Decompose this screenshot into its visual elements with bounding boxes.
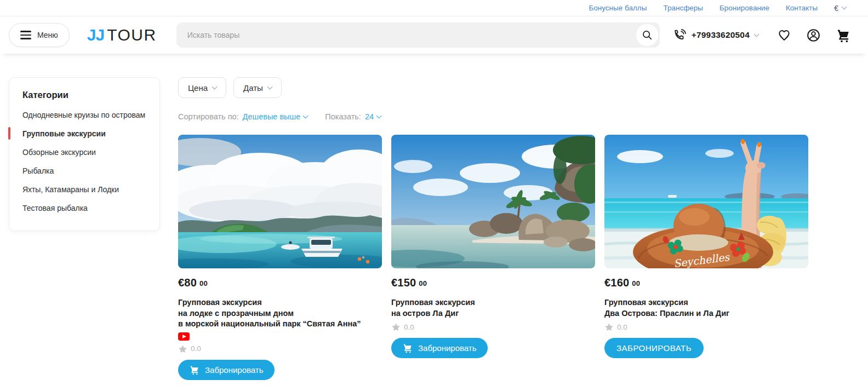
heart-icon — [777, 28, 791, 42]
search-bar — [176, 22, 660, 48]
sort-label: Сортировать по: — [178, 112, 239, 121]
cart-icon — [836, 28, 850, 43]
topbar-link-transfers[interactable]: Трансферы — [663, 4, 703, 12]
filter-row: Цена Даты — [178, 77, 808, 98]
star-icon — [178, 344, 187, 353]
cart-icon — [189, 365, 199, 375]
search-button[interactable] — [636, 24, 658, 46]
cart-button[interactable] — [836, 28, 850, 43]
youtube-icon — [178, 332, 190, 341]
rating-value: 0.0 — [404, 323, 414, 331]
chevron-down-icon — [212, 84, 218, 89]
favorites-button[interactable] — [777, 28, 791, 42]
header-icons — [777, 28, 850, 43]
chevron-down-icon — [376, 113, 382, 118]
book-button[interactable]: Забронировать — [391, 338, 488, 358]
product-rating: 0.0 — [178, 344, 382, 353]
book-button[interactable]: Забронировать — [178, 360, 275, 380]
hamburger-icon — [20, 31, 31, 39]
currency-value: € — [834, 4, 838, 13]
search-icon — [641, 29, 653, 41]
currency-selector[interactable]: € — [834, 4, 846, 13]
product-image[interactable] — [178, 135, 382, 268]
topbar: Бонусные баллы Трансферы Бронирование Ко… — [0, 0, 868, 16]
logo-part-tour: TOUR — [107, 27, 156, 43]
product-image[interactable]: Seychelles — [604, 135, 808, 268]
product-title[interactable]: Групповая экскурсия на лодке с прозрачны… — [178, 297, 382, 330]
categories-sidebar: Категории Однодневные круизы по островам… — [9, 77, 160, 231]
sidebar-item-yachts[interactable]: Яхты, Катамараны и Лодки — [22, 180, 146, 199]
product-title[interactable]: Групповая экскурсия Два Острова: Праслин… — [604, 297, 808, 319]
dates-filter-button[interactable]: Даты — [233, 77, 282, 98]
sidebar-item-overview-tours[interactable]: Обзорные экскурсии — [22, 143, 146, 162]
show-label: Показать: — [325, 112, 361, 121]
chevron-down-icon — [754, 31, 760, 37]
logo-part-jj: JJ — [87, 27, 104, 43]
header: Меню JJ TOUR +79933620504 — [0, 16, 868, 54]
star-icon — [391, 323, 401, 331]
menu-button[interactable]: Меню — [9, 23, 70, 47]
topbar-link-bonus[interactable]: Бонусные баллы — [589, 4, 647, 12]
product-title[interactable]: Групповая экскурсия на остров Ла Диг — [391, 297, 595, 319]
book-button[interactable]: ЗАБРОНИРОВАТЬ — [604, 338, 704, 358]
sidebar-item-group-tours[interactable]: Групповые экскурсии — [22, 124, 146, 143]
product-image[interactable] — [391, 135, 595, 268]
product-card: Seychelles €16000 Групповая экскурсия Дв… — [604, 135, 808, 380]
sidebar-item-test-fishing[interactable]: Тестовая рыбалка — [22, 199, 146, 217]
rating-value: 0.0 — [191, 344, 201, 353]
phone-selector[interactable]: +79933620504 — [673, 28, 758, 42]
price-filter-button[interactable]: Цена — [178, 77, 226, 98]
product-rating: 0.0 — [604, 323, 808, 331]
sidebar-title: Категории — [22, 90, 146, 100]
products-grid: €8000 Групповая экскурсия на лодке с про… — [178, 135, 808, 380]
product-card: €8000 Групповая экскурсия на лодке с про… — [178, 135, 382, 380]
chevron-down-icon — [842, 4, 847, 10]
logo[interactable]: JJ TOUR — [87, 27, 157, 43]
rating-value: 0.0 — [617, 323, 627, 331]
phone-icon — [673, 28, 687, 42]
main-area: Категории Однодневные круизы по островам… — [0, 54, 868, 380]
product-rating: 0.0 — [391, 323, 595, 331]
sidebar-item-fishing[interactable]: Рыбалка — [22, 162, 146, 180]
sidebar-item-day-cruises[interactable]: Однодневные круизы по островам — [22, 106, 146, 124]
product-price: €16000 — [604, 277, 808, 289]
sort-row: Сортировать по: Дешевые выше Показать: 2… — [178, 112, 808, 121]
chevron-down-icon — [303, 113, 309, 118]
account-button[interactable] — [806, 28, 821, 43]
product-price: €15000 — [391, 277, 595, 289]
content-area: Цена Даты Сортировать по: Дешевые выше П… — [178, 77, 808, 380]
search-input[interactable] — [176, 22, 660, 48]
star-icon — [604, 323, 614, 331]
topbar-link-contacts[interactable]: Контакты — [786, 4, 818, 12]
product-price: €8000 — [178, 277, 382, 289]
topbar-link-booking[interactable]: Бронирование — [719, 4, 769, 12]
chevron-down-icon — [267, 84, 272, 89]
cart-icon — [402, 343, 413, 353]
menu-label: Меню — [37, 31, 58, 39]
sort-select[interactable]: Дешевые выше — [243, 112, 308, 121]
show-select[interactable]: 24 — [365, 112, 381, 121]
user-icon — [806, 28, 821, 43]
phone-number: +79933620504 — [692, 30, 750, 40]
product-card: €15000 Групповая экскурсия на остров Ла … — [391, 135, 595, 380]
